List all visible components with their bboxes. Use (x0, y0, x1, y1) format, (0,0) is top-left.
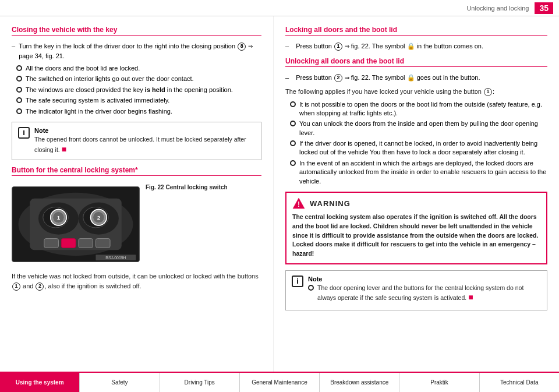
content-wrapper: Closing the vehicle with the key – Turn … (0, 16, 559, 372)
section4-dash: – Press button 2 ⇒ fig. 22. The symbol 🔒… (285, 73, 547, 83)
nav-item-using-the-system[interactable]: Using the system (0, 373, 80, 392)
fig-caption-area: Fig. 22 Central locking switch (146, 182, 228, 194)
nav-bar: Using the system Safety Driving Tips Gen… (0, 372, 559, 392)
note-box-1: i Note The opened front doors cannot be … (12, 122, 261, 160)
bullet-dot (16, 97, 22, 103)
stop-symbol-2: ■ (468, 292, 473, 302)
bullet-dot (16, 87, 22, 93)
circle-2-bottom: 2 (36, 282, 44, 291)
svg-rect-18 (95, 239, 110, 248)
bullet-item: The windows are closed provided the key … (16, 86, 261, 94)
circle-1-bottom: 1 (12, 282, 20, 291)
section4-heading: Unlocking all doors and the boot lid (285, 57, 547, 67)
right-column: Locking all doors and the boot lid – Pre… (274, 16, 559, 372)
right-bullet-list: It is not possible to open the doors or … (290, 100, 547, 186)
svg-rect-16 (61, 239, 76, 248)
nav-item-technical-data[interactable]: Technical Data (480, 373, 559, 392)
section3-heading: Locking all doors and the boot lid (285, 26, 547, 36)
circle-8: 8 (238, 43, 246, 51)
car-image: 1 2 BSJ-0009H (12, 186, 140, 262)
note-text: The opened front doors cannot be unlocke… (34, 136, 246, 153)
nav-item-driving-tips[interactable]: Driving Tips (160, 373, 240, 392)
note-icon-2: i (292, 276, 303, 287)
note-label: Note (34, 127, 255, 134)
section3-dash: – Press button 1 ⇒ fig. 22. The symbol 🔒… (285, 41, 547, 51)
bottom-text: If the vehicle was not locked from outsi… (12, 271, 261, 291)
left-column: Closing the vehicle with the key – Turn … (0, 16, 274, 372)
circle-1: 1 (334, 43, 342, 51)
bullet-item-r3: If the driver door is opened, it cannot … (290, 139, 547, 157)
section1-bullet-list: All the doors and the boot lid are locke… (16, 64, 261, 116)
bullet-dot (290, 121, 296, 126)
bullet-item: The indicator light in the driver door b… (16, 107, 261, 116)
section1-heading: Closing the vehicle with the key (12, 26, 261, 36)
warning-label: WARNING (310, 199, 351, 208)
nav-item-praktik[interactable]: Praktik (399, 373, 479, 392)
warning-text: The central locking system also operates… (292, 213, 540, 259)
svg-text:1: 1 (57, 214, 61, 221)
car-interior-svg: 1 2 BSJ-0009H (12, 187, 139, 262)
page-number: 35 (535, 2, 553, 14)
bullet-item: The safe securing system is activated im… (16, 96, 261, 105)
fig-caption: Fig. 22 Central locking switch (146, 184, 228, 190)
bullet-dot (16, 65, 22, 71)
bullet-dot (290, 140, 296, 146)
svg-rect-15 (44, 239, 59, 248)
fig-title: Central locking switch (165, 184, 227, 190)
note2-bullet: The door opening lever and the buttons f… (308, 284, 541, 303)
header: Unlocking and locking 35 (0, 0, 559, 16)
nav-item-breakdown-assistance[interactable]: Breakdown assistance (320, 373, 399, 392)
warning-triangle-icon: ! (292, 197, 305, 209)
bullet-item-r1: It is not possible to open the doors or … (290, 100, 547, 118)
bullet-dot (308, 285, 314, 291)
bullet-item: The switched on interior lights go out o… (16, 75, 261, 83)
svg-rect-17 (79, 239, 93, 248)
svg-text:!: ! (298, 200, 300, 209)
note-content: Note The opened front doors cannot be un… (34, 127, 255, 155)
section1-dash-text: Turn the key in the lock of the driver d… (19, 41, 261, 61)
fig-number: Fig. 22 (146, 184, 164, 190)
warning-box: ! WARNING The central locking system als… (285, 192, 547, 264)
bullet-dot (290, 160, 296, 166)
bullet-dot (290, 101, 296, 107)
nav-item-safety[interactable]: Safety (80, 373, 160, 392)
section1-dash-item: – Turn the key in the lock of the driver… (12, 41, 261, 61)
svg-text:2: 2 (97, 214, 101, 221)
circle-1-ref: 1 (484, 88, 492, 96)
body-intro: The following applies if you have locked… (285, 87, 547, 97)
svg-text:BSJ-0009H: BSJ-0009H (105, 256, 126, 260)
header-title: Unlocking and locking (466, 5, 529, 12)
bullet-dot (16, 76, 22, 82)
bullet-item-r2: You can unlock the doors from the inside… (290, 119, 547, 137)
note-box-2: i Note The door opening lever and the bu… (285, 270, 547, 310)
bullet-dot (16, 108, 22, 114)
dash-symbol: – (12, 41, 15, 61)
warning-header: ! WARNING (292, 197, 540, 209)
bullet-item-r4: In the event of an accident in which the… (290, 159, 547, 186)
note2-content: Note The door opening lever and the butt… (308, 276, 541, 305)
note2-label: Note (308, 276, 541, 282)
stop-symbol: ■ (62, 144, 66, 154)
bullet-item: All the doors and the boot lid are locke… (16, 64, 261, 73)
circle-2: 2 (334, 74, 342, 82)
note2-bullets: The door opening lever and the buttons f… (308, 284, 541, 303)
section2-heading: Button for the central locking system* (12, 166, 261, 176)
note-icon: i (18, 127, 30, 139)
nav-item-general-maintenance[interactable]: General Maintenance (240, 373, 320, 392)
